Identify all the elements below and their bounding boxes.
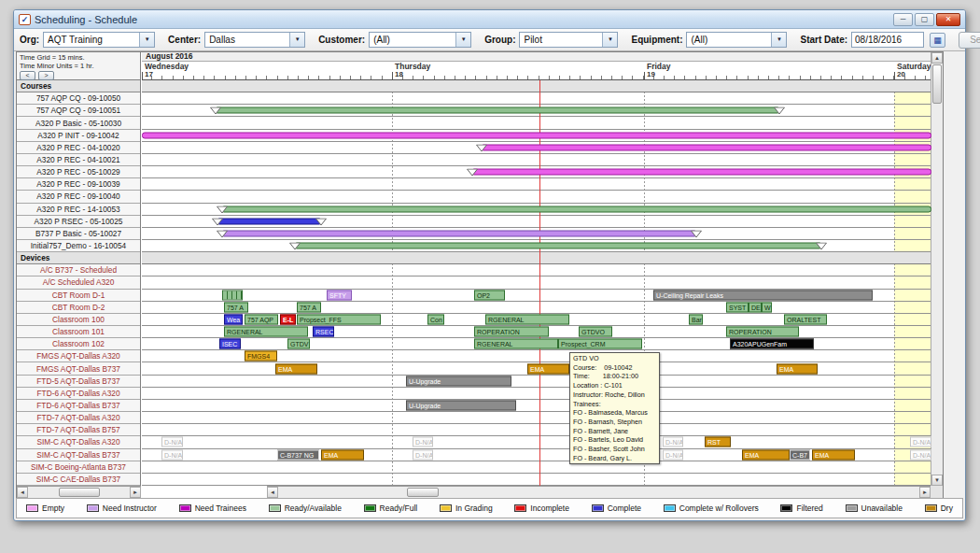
sidebar-item[interactable]: A/C Scheduled A320 bbox=[17, 276, 140, 289]
chevron-down-icon[interactable]: ▼ bbox=[771, 33, 786, 47]
calendar-icon[interactable]: ▦ bbox=[930, 33, 945, 48]
sidebar-item[interactable]: SIM-C CAE-Dallas B737 bbox=[17, 474, 140, 486]
sidebar-item[interactable]: FTD-6 AQT-Dallas B737 bbox=[17, 400, 140, 412]
sidebar-hscroll-thumb[interactable] bbox=[59, 488, 100, 497]
scroll-up-icon[interactable]: ▲ bbox=[931, 52, 943, 64]
chevron-down-icon[interactable]: ▼ bbox=[602, 33, 617, 47]
schedule-block[interactable]: OP2 bbox=[474, 290, 505, 300]
schedule-block[interactable]: D-N/A bbox=[413, 437, 433, 447]
sidebar-item[interactable]: Classroom 100 bbox=[17, 314, 140, 326]
sidebar-item[interactable]: A320 P INIT - 09-10042 bbox=[17, 130, 140, 142]
schedule-block[interactable]: Bar bbox=[689, 314, 703, 324]
chevron-down-icon[interactable]: ▼ bbox=[289, 33, 304, 47]
schedule-block[interactable]: ROPERATION bbox=[474, 327, 549, 337]
gantt-bar[interactable] bbox=[471, 169, 931, 176]
scroll-left-icon[interactable]: ◄ bbox=[17, 487, 28, 498]
schedule-block[interactable]: U-Upgrade bbox=[406, 376, 511, 386]
schedule-block[interactable]: Con bbox=[427, 314, 444, 324]
gantt-bar[interactable] bbox=[217, 218, 322, 224]
schedule-block[interactable]: GTDV bbox=[287, 339, 310, 349]
schedule-block[interactable]: D-N/A bbox=[161, 437, 183, 447]
schedule-block[interactable]: ORALTEST bbox=[784, 314, 827, 324]
schedule-block[interactable]: SFTY bbox=[327, 290, 352, 300]
sidebar-item[interactable]: A320 P REC - 04-10021 bbox=[17, 154, 140, 166]
maximize-button[interactable]: ▢ bbox=[915, 13, 934, 26]
schedule-block[interactable]: W bbox=[762, 302, 772, 312]
schedule-block[interactable] bbox=[222, 290, 243, 300]
schedule-block[interactable]: EMA bbox=[527, 363, 569, 374]
sidebar-horizontal-scrollbar[interactable]: ◄ ► bbox=[17, 486, 141, 498]
scroll-right-icon[interactable]: ► bbox=[919, 487, 931, 498]
schedule-block[interactable]: ISEC bbox=[219, 339, 241, 349]
center-select[interactable]: Dallas ▼ bbox=[204, 32, 305, 48]
sidebar-item[interactable]: B737 P Basic - 05-10027 bbox=[17, 228, 140, 240]
scroll-left-button[interactable]: < bbox=[20, 71, 35, 80]
sidebar-item[interactable]: Classroom 102 bbox=[17, 338, 140, 350]
schedule-block[interactable]: ROPERATION bbox=[726, 327, 799, 337]
sidebar-item[interactable]: FMGS AQT-Dallas A320 bbox=[17, 350, 140, 362]
schedule-block[interactable]: U-Ceiling Repair Leaks bbox=[653, 290, 873, 300]
equipment-select[interactable]: (All) ▼ bbox=[686, 32, 787, 48]
customer-select[interactable]: (All) ▼ bbox=[369, 32, 471, 48]
sidebar-item[interactable]: SIM-C AQT-Dallas B737 bbox=[17, 449, 140, 461]
sidebar-item[interactable]: A320 P REC - 04-10020 bbox=[17, 142, 140, 154]
sidebar-item[interactable]: 757 AQP CQ - 09-10051 bbox=[17, 105, 140, 117]
schedule-block[interactable]: C-B7 bbox=[790, 449, 810, 460]
schedule-block[interactable]: EMA bbox=[777, 363, 818, 374]
schedule-block[interactable]: D-N/A bbox=[413, 449, 433, 460]
sidebar-item[interactable]: A320 P REC - 05-10029 bbox=[17, 166, 140, 178]
sidebar-item[interactable]: A/C B737 - Scheduled bbox=[17, 264, 140, 276]
gantt-bar[interactable] bbox=[221, 206, 931, 212]
search-button[interactable]: Search bbox=[959, 32, 980, 49]
schedule-block[interactable]: RST bbox=[705, 437, 731, 447]
sidebar-item[interactable]: A320 P REC - 09-10040 bbox=[17, 191, 140, 203]
schedule-block[interactable]: 757 A bbox=[297, 302, 321, 312]
vscroll-thumb[interactable] bbox=[932, 64, 942, 104]
schedule-block[interactable]: Wea bbox=[224, 314, 243, 324]
chevron-down-icon[interactable]: ▼ bbox=[455, 33, 470, 47]
gantt-bar[interactable] bbox=[294, 243, 822, 249]
sidebar-item[interactable]: SIM-C Boeing-Atlanta B737 bbox=[17, 461, 140, 474]
group-select[interactable]: Pilot ▼ bbox=[519, 32, 618, 48]
schedule-block[interactable]: EMA bbox=[321, 449, 364, 460]
scroll-left-icon[interactable]: ◄ bbox=[267, 487, 278, 498]
sidebar-item[interactable]: SIM-C AQT-Dallas A320 bbox=[17, 436, 140, 448]
schedule-block[interactable]: C-B737 NG bbox=[277, 449, 319, 460]
sidebar-item[interactable]: CBT Room D-2 bbox=[17, 302, 140, 314]
sidebar-item[interactable]: Initial757_Demo - 16-10054 bbox=[17, 240, 140, 252]
schedule-block[interactable]: EMA bbox=[275, 363, 317, 374]
sidebar-item[interactable]: A320 P REC - 14-10053 bbox=[17, 204, 140, 216]
schedule-block[interactable]: 757 AQP bbox=[245, 314, 278, 324]
scroll-right-button[interactable]: > bbox=[38, 71, 54, 80]
schedule-block[interactable]: RSEC bbox=[313, 327, 334, 337]
schedule-block[interactable]: U-Upgrade bbox=[406, 401, 516, 411]
schedule-block[interactable]: D-N/A bbox=[910, 449, 931, 460]
scroll-right-icon[interactable]: ► bbox=[130, 487, 141, 498]
minimize-button[interactable]: ─ bbox=[893, 13, 913, 26]
sidebar-item[interactable]: 757 AQP CQ - 09-10050 bbox=[17, 92, 140, 105]
schedule-block[interactable]: D-N/A bbox=[663, 437, 683, 447]
chart-hscroll-thumb[interactable] bbox=[407, 488, 439, 497]
vertical-scrollbar[interactable]: ▲ ▼ bbox=[931, 52, 943, 486]
schedule-block[interactable]: SYST bbox=[726, 302, 749, 312]
schedule-block[interactable]: FMGS4 bbox=[245, 351, 277, 362]
sidebar-item[interactable]: FMGS AQT-Dallas B737 bbox=[17, 362, 140, 375]
schedule-block[interactable]: RGENERAL bbox=[224, 327, 308, 337]
schedule-block[interactable]: A320APUGenFam bbox=[730, 339, 814, 349]
sidebar-item[interactable]: CBT Room D-1 bbox=[17, 290, 140, 302]
chevron-down-icon[interactable]: ▼ bbox=[139, 33, 154, 47]
schedule-block[interactable]: RGENERAL bbox=[474, 339, 558, 349]
schedule-block[interactable]: E-L bbox=[280, 314, 296, 324]
schedule-block[interactable]: Propsect_FFS bbox=[297, 314, 381, 324]
close-button[interactable]: ✕ bbox=[936, 13, 960, 26]
schedule-block[interactable]: EMA bbox=[742, 449, 790, 460]
schedule-block[interactable]: DE bbox=[749, 302, 762, 312]
chart-horizontal-scrollbar[interactable]: ◄ ► bbox=[267, 486, 931, 498]
schedule-block[interactable]: 757 A bbox=[224, 302, 248, 312]
gantt-bar[interactable] bbox=[221, 230, 697, 236]
start-date-input[interactable] bbox=[851, 32, 924, 48]
sidebar-item[interactable]: FTD-7 AQT-Dallas A320 bbox=[17, 412, 140, 424]
gantt-bar[interactable] bbox=[215, 107, 780, 114]
schedule-block[interactable]: Prospect_CRM bbox=[558, 339, 642, 349]
schedule-block[interactable]: D-N/A bbox=[161, 449, 183, 460]
